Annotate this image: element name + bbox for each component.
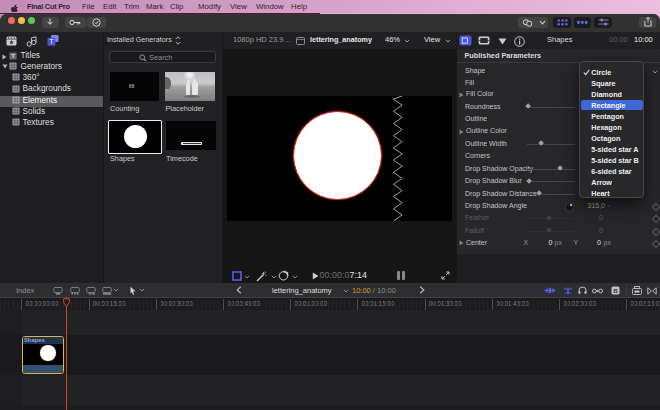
svg-text:T: T bbox=[11, 53, 15, 59]
svg-text:T: T bbox=[50, 38, 54, 45]
svg-text:B: B bbox=[613, 287, 618, 294]
